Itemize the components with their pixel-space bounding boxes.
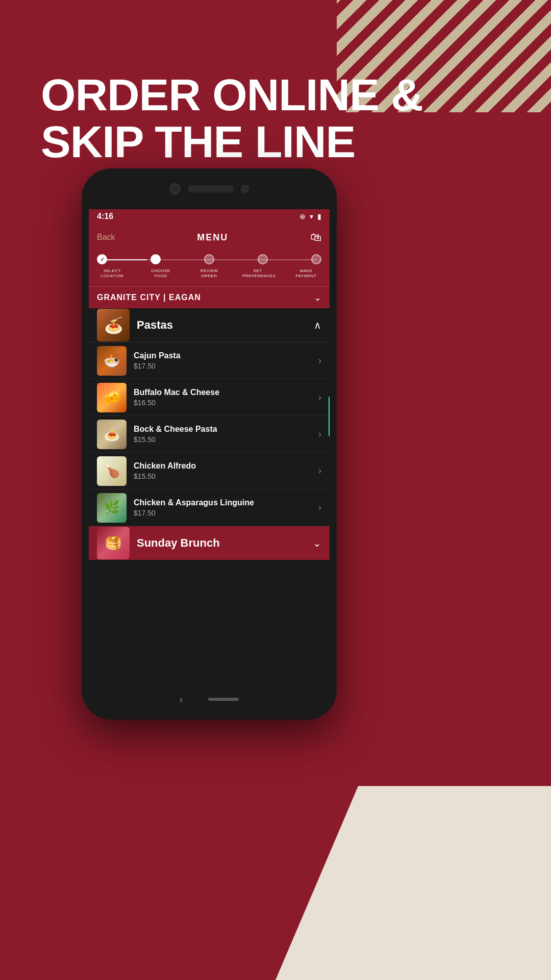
category-sunday-brunch-header[interactable]: Sunday Brunch ⌄ bbox=[89, 526, 330, 560]
buffalo-mac-image bbox=[97, 383, 127, 412]
menu-item-cajun-pasta[interactable]: Cajun Pasta $17.50 › bbox=[89, 342, 330, 379]
menu-item-bock-pasta[interactable]: Bock & Cheese Pasta $15.50 › bbox=[89, 416, 330, 453]
cajun-pasta-image bbox=[97, 346, 127, 376]
step-2-choose-food bbox=[151, 254, 161, 264]
chicken-linguine-info: Chicken & Asparagus Linguine $17.50 bbox=[127, 492, 318, 523]
cart-icon[interactable]: 🛍 bbox=[310, 231, 321, 244]
menu-item-chicken-linguine[interactable]: Chicken & Asparagus Linguine $17.50 › bbox=[89, 489, 330, 526]
bock-pasta-price: $15.50 bbox=[134, 435, 311, 444]
sunday-brunch-title: Sunday Brunch bbox=[130, 526, 313, 560]
step-4-set-preferences bbox=[258, 254, 268, 264]
bock-pasta-info: Bock & Cheese Pasta $15.50 bbox=[127, 419, 318, 450]
app-header: Back MENU 🛍 bbox=[89, 226, 330, 250]
menu-item-buffalo-mac[interactable]: Buffalo Mac & Cheese $16.50 › bbox=[89, 379, 330, 416]
chicken-linguine-price: $17.50 bbox=[134, 509, 311, 517]
hero-line1: ORDER ONLINE & bbox=[41, 71, 423, 118]
chicken-linguine-image bbox=[97, 493, 127, 523]
sensor bbox=[241, 185, 249, 193]
buffalo-mac-name: Buffalo Mac & Cheese bbox=[134, 388, 311, 397]
progress-track bbox=[97, 254, 321, 264]
chicken-linguine-chevron-icon: › bbox=[318, 502, 321, 513]
label-select-location: SELECT LOCATION bbox=[97, 268, 128, 278]
cajun-pasta-name: Cajun Pasta bbox=[134, 351, 311, 360]
bottom-cream-bg bbox=[276, 786, 551, 980]
sunday-brunch-image bbox=[97, 527, 130, 559]
bock-pasta-name: Bock & Cheese Pasta bbox=[134, 425, 311, 434]
screen-title: MENU bbox=[197, 232, 228, 243]
side-accent-bar bbox=[329, 396, 330, 437]
wifi-icon: ▾ bbox=[310, 212, 313, 220]
android-back-button[interactable]: ‹ bbox=[180, 694, 183, 705]
status-icons: ⊕ ▾ ▮ bbox=[299, 212, 321, 220]
sunday-brunch-expand-icon: ⌄ bbox=[313, 537, 321, 549]
chicken-alfredo-price: $15.50 bbox=[134, 472, 311, 480]
phone-body: 4:16 ⊕ ▾ ▮ Back MENU 🛍 bbox=[82, 168, 337, 720]
battery-icon: ▮ bbox=[317, 212, 321, 220]
phone-bottom-nav: ‹ bbox=[82, 679, 337, 720]
category-pastas-header[interactable]: Pastas ∧ bbox=[89, 308, 330, 342]
back-button[interactable]: Back bbox=[97, 233, 115, 242]
phone-speaker bbox=[188, 185, 234, 192]
bock-pasta-chevron-icon: › bbox=[318, 429, 321, 439]
buffalo-mac-chevron-icon: › bbox=[318, 392, 321, 403]
step-1-select-location bbox=[97, 254, 107, 264]
bock-pasta-image bbox=[97, 420, 127, 449]
progress-track-filled bbox=[102, 259, 147, 260]
progress-bar: SELECT LOCATION CHOOSE FOOD REVIEW ORDER… bbox=[89, 250, 330, 286]
buffalo-mac-info: Buffalo Mac & Cheese $16.50 bbox=[127, 382, 318, 413]
chicken-alfredo-info: Chicken Alfredo $15.50 bbox=[127, 455, 318, 486]
cajun-pasta-price: $17.50 bbox=[134, 362, 311, 370]
hero-text: ORDER ONLINE & SKIP THE LINE bbox=[41, 71, 423, 166]
pastas-expand-icon: ∧ bbox=[314, 319, 321, 331]
location-bar[interactable]: GRANITE CITY | EAGAN ⌄ bbox=[89, 286, 330, 308]
location-chevron-icon: ⌄ bbox=[314, 292, 321, 303]
menu-content: Pastas ∧ Cajun Pasta $17.50 › Buf bbox=[89, 308, 330, 560]
pastas-category-title: Pastas bbox=[130, 308, 314, 342]
label-review-order: REVIEW ORDER bbox=[194, 268, 224, 278]
chicken-alfredo-image bbox=[97, 456, 127, 486]
status-time: 4:16 bbox=[97, 212, 113, 221]
pastas-category-image bbox=[97, 309, 130, 341]
location-name: GRANITE CITY | EAGAN bbox=[97, 293, 201, 302]
progress-labels: SELECT LOCATION CHOOSE FOOD REVIEW ORDER… bbox=[97, 268, 321, 278]
phone-screen: 4:16 ⊕ ▾ ▮ Back MENU 🛍 bbox=[89, 207, 330, 679]
phone-mockup: 4:16 ⊕ ▾ ▮ Back MENU 🛍 bbox=[82, 168, 337, 720]
chicken-linguine-name: Chicken & Asparagus Linguine bbox=[134, 498, 311, 507]
chicken-alfredo-name: Chicken Alfredo bbox=[134, 461, 311, 471]
phone-notch bbox=[82, 168, 337, 209]
label-make-payment: MAKE PAYMENT bbox=[291, 268, 321, 278]
step-5-make-payment bbox=[311, 254, 321, 264]
location-icon: ⊕ bbox=[299, 212, 306, 220]
step-3-review-order bbox=[204, 254, 214, 264]
cajun-pasta-chevron-icon: › bbox=[318, 355, 321, 366]
android-home-button[interactable] bbox=[208, 698, 239, 701]
menu-item-chicken-alfredo[interactable]: Chicken Alfredo $15.50 › bbox=[89, 453, 330, 489]
front-camera bbox=[169, 183, 181, 194]
cajun-pasta-info: Cajun Pasta $17.50 bbox=[127, 345, 318, 376]
buffalo-mac-price: $16.50 bbox=[134, 399, 311, 407]
hero-line2: SKIP THE LINE bbox=[41, 118, 423, 165]
label-choose-food: CHOOSE FOOD bbox=[145, 268, 176, 278]
status-bar: 4:16 ⊕ ▾ ▮ bbox=[89, 207, 330, 226]
label-set-preferences: SET PREFERENCES bbox=[242, 268, 273, 278]
chicken-alfredo-chevron-icon: › bbox=[318, 465, 321, 476]
